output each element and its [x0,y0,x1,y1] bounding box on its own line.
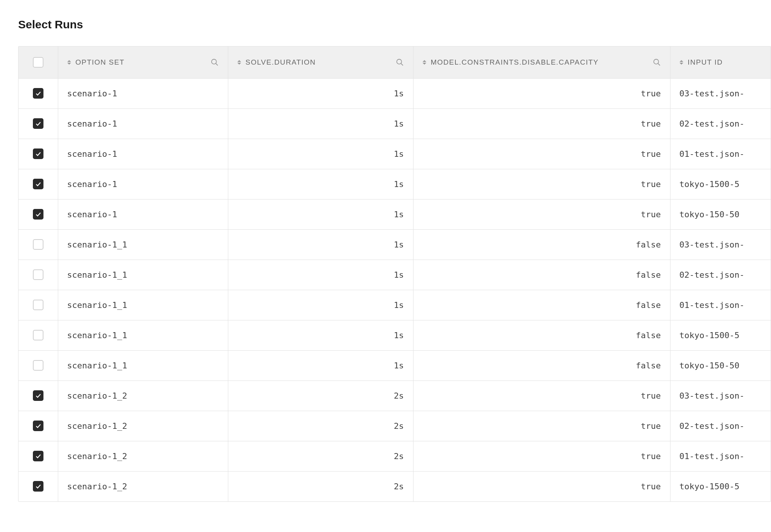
cell-capacity: true [413,169,670,199]
cell-duration: 1s [228,320,413,350]
row-checkbox[interactable] [33,88,43,99]
sort-icon[interactable] [423,59,428,66]
cell-duration: 2s [228,380,413,411]
table-row: scenario-11strue03-test.json- [19,78,771,108]
row-checkbox[interactable] [33,390,43,401]
row-checkbox[interactable] [33,179,43,189]
cell-input-id: 01-test.json- [670,441,771,471]
row-checkbox[interactable] [33,451,43,461]
cell-option-set: scenario-1 [58,78,228,108]
select-all-checkbox[interactable] [33,57,43,68]
cell-capacity: false [413,260,670,290]
header-label: OPTION SET [76,58,125,66]
cell-input-id: 03-test.json- [670,380,771,411]
table-row: scenario-1_11sfalsetokyo-150-50 [19,350,771,380]
row-checkbox[interactable] [33,148,43,159]
cell-input-id: 02-test.json- [670,411,771,441]
sort-icon[interactable] [680,59,685,66]
svg-line-1 [215,63,218,66]
row-checkbox[interactable] [33,360,43,371]
cell-option-set: scenario-1_1 [58,260,228,290]
cell-input-id: 01-test.json- [670,290,771,320]
svg-line-5 [658,63,660,66]
cell-capacity: false [413,229,670,260]
row-checkbox[interactable] [33,300,43,310]
cell-checkbox [19,350,58,380]
row-checkbox[interactable] [33,239,43,250]
cell-checkbox [19,78,58,108]
cell-checkbox [19,229,58,260]
sort-icon[interactable] [67,59,73,66]
cell-duration: 2s [228,411,413,441]
table-row: scenario-11strue01-test.json- [19,139,771,169]
header-duration[interactable]: SOLVE.DURATION [228,46,413,78]
cell-duration: 1s [228,229,413,260]
row-checkbox[interactable] [33,481,43,492]
cell-capacity: true [413,441,670,471]
row-checkbox[interactable] [33,269,43,280]
runs-table: OPTION SET SOLVE.DURATION [19,46,771,501]
cell-option-set: scenario-1_1 [58,350,228,380]
cell-checkbox [19,411,58,441]
search-icon[interactable] [653,58,661,66]
cell-option-set: scenario-1_1 [58,229,228,260]
cell-checkbox [19,290,58,320]
header-label: SOLVE.DURATION [246,58,316,66]
row-checkbox[interactable] [33,421,43,431]
cell-capacity: true [413,380,670,411]
cell-capacity: true [413,78,670,108]
cell-option-set: scenario-1_2 [58,411,228,441]
cell-duration: 1s [228,139,413,169]
cell-input-id: 02-test.json- [670,108,771,139]
table-row: scenario-11struetokyo-150-50 [19,199,771,229]
cell-input-id: 02-test.json- [670,260,771,290]
cell-checkbox [19,199,58,229]
row-checkbox[interactable] [33,209,43,220]
cell-capacity: true [413,199,670,229]
cell-capacity: true [413,471,670,501]
cell-option-set: scenario-1 [58,108,228,139]
cell-option-set: scenario-1_2 [58,471,228,501]
cell-capacity: false [413,290,670,320]
search-icon[interactable] [211,58,219,66]
search-icon[interactable] [396,58,404,66]
cell-checkbox [19,380,58,411]
header-option-set[interactable]: OPTION SET [58,46,228,78]
cell-checkbox [19,320,58,350]
svg-point-0 [211,59,216,64]
table-row: scenario-1_11sfalse02-test.json- [19,260,771,290]
cell-input-id: 03-test.json- [670,78,771,108]
table-row: scenario-1_22struetokyo-1500-5 [19,471,771,501]
table-row: scenario-11strue02-test.json- [19,108,771,139]
cell-checkbox [19,169,58,199]
cell-option-set: scenario-1 [58,169,228,199]
runs-table-container: OPTION SET SOLVE.DURATION [18,46,771,502]
cell-option-set: scenario-1_1 [58,320,228,350]
cell-duration: 2s [228,471,413,501]
svg-point-2 [396,59,401,64]
cell-option-set: scenario-1_2 [58,441,228,471]
cell-duration: 1s [228,290,413,320]
row-checkbox[interactable] [33,330,43,340]
table-header-row: OPTION SET SOLVE.DURATION [19,46,771,78]
sort-icon[interactable] [237,59,243,66]
row-checkbox[interactable] [33,118,43,129]
table-row: scenario-1_11sfalsetokyo-1500-5 [19,320,771,350]
page-title: Select Runs [18,18,771,31]
cell-duration: 1s [228,199,413,229]
cell-option-set: scenario-1_1 [58,290,228,320]
header-checkbox-cell [19,46,58,78]
cell-duration: 2s [228,441,413,471]
cell-capacity: true [413,139,670,169]
table-row: scenario-1_11sfalse03-test.json- [19,229,771,260]
cell-capacity: true [413,411,670,441]
cell-duration: 1s [228,78,413,108]
svg-point-4 [653,59,658,64]
cell-option-set: scenario-1_2 [58,380,228,411]
header-capacity[interactable]: MODEL.CONSTRAINTS.DISABLE.CAPACITY [413,46,670,78]
cell-checkbox [19,139,58,169]
cell-capacity: false [413,320,670,350]
header-input-id[interactable]: INPUT ID [670,46,771,78]
cell-checkbox [19,260,58,290]
cell-checkbox [19,471,58,501]
